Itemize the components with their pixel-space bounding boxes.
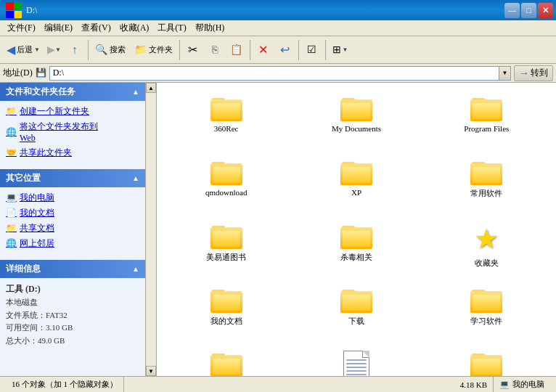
file-item-360rec[interactable]: 360Rec — [164, 90, 288, 148]
star-icon: ★ — [474, 225, 499, 253]
left-scrollbar[interactable]: ▲ ▼ — [145, 83, 156, 376]
menu-view[interactable]: 查看(V) — [77, 20, 115, 36]
back-dropdown-icon[interactable]: ▼ — [34, 46, 40, 53]
shared-docs-icon: 📁 — [6, 223, 17, 234]
share-link[interactable]: 🤝 共享此文件夹 — [6, 147, 139, 159]
file-item-mydocuments[interactable]: My Documents — [294, 90, 418, 148]
status-size-section: 4.18 KB — [454, 377, 494, 392]
file-name-meiyitong: 美易通图书 — [206, 252, 246, 263]
undo-button[interactable]: ↩ — [275, 38, 295, 62]
folders-icon: 📁 — [134, 44, 147, 56]
title-bar: D:\ — □ ✕ — [0, 0, 556, 20]
detail-subtitle: 本地磁盘 — [6, 296, 139, 309]
folders-label: 文件夹 — [149, 44, 173, 55]
file-item-shoucang[interactable]: ★ 收藏夹 — [425, 218, 549, 276]
file-name-shoucang: 收藏夹 — [475, 258, 499, 269]
left-scroll-up[interactable]: ▲ — [146, 83, 156, 93]
back-icon: ◀ — [7, 43, 15, 57]
view-dropdown-icon[interactable]: ▼ — [342, 46, 348, 53]
main-layout: 文件和文件夹任务 ▲ 📁 创建一个新文件夹 🌐 将这个文件夹发布到Web 🤝 共… — [0, 83, 556, 376]
details-header[interactable]: 详细信息 ▲ — [0, 260, 145, 278]
file-item-xp[interactable]: XP — [294, 154, 418, 212]
file-item-xunlei[interactable]: 迅雷下载 — [164, 346, 288, 376]
my-computer-link[interactable]: 💻 我的电脑 — [6, 192, 139, 204]
file-item-xuexi[interactable]: 学习软件 — [425, 282, 549, 340]
folders-button[interactable]: 📁 文件夹 — [131, 38, 176, 62]
tasks-header[interactable]: 文件和文件夹任务 ▲ — [0, 83, 145, 101]
publish-web-icon: 🌐 — [6, 127, 17, 138]
toolbar-separator-5 — [325, 40, 326, 60]
menu-file[interactable]: 文件(F) — [3, 20, 40, 36]
address-input[interactable] — [49, 66, 499, 81]
file-name-changyong: 常用软件 — [470, 188, 502, 199]
network-icon: 🌐 — [6, 238, 17, 249]
file-name-xuexi: 学习软件 — [470, 316, 502, 327]
menu-help[interactable]: 帮助(H) — [191, 20, 229, 36]
maximize-button[interactable]: □ — [521, 3, 536, 18]
menu-favorites[interactable]: 收藏(A) — [115, 20, 154, 36]
menu-tools[interactable]: 工具(T) — [153, 20, 190, 36]
share-icon: 🤝 — [6, 147, 17, 158]
detail-filesystem: 文件系统：FAT32 — [6, 309, 139, 322]
copy-icon: ⎘ — [212, 44, 218, 56]
file-item-qmdownload[interactable]: qmdownload — [164, 154, 288, 212]
create-folder-link[interactable]: 📁 创建一个新文件夹 — [6, 105, 139, 118]
back-label: 后退 — [17, 44, 33, 55]
view-button[interactable]: ⊞ ▼ — [329, 38, 352, 62]
file-name-360rec: 360Rec — [214, 124, 239, 133]
my-documents-link[interactable]: 📄 我的文档 — [6, 207, 139, 219]
details-section: 详细信息 ▲ 工具 (D:) 本地磁盘 文件系统：FAT32 可用空间：3.10… — [0, 260, 145, 352]
window-controls: — □ ✕ — [504, 3, 553, 18]
copy-button[interactable]: ⎘ — [205, 38, 225, 62]
close-button[interactable]: ✕ — [538, 3, 553, 18]
address-dropdown-button[interactable]: ▼ — [499, 66, 511, 81]
file-item-meiyitong[interactable]: 美易通图书 — [164, 218, 288, 276]
status-location: 我的电脑 — [512, 379, 544, 390]
file-item-xiazai[interactable]: 下载 — [294, 282, 418, 340]
file-name-shadu: 杀毒相关 — [340, 252, 372, 263]
places-collapse-icon: ▲ — [132, 174, 139, 182]
toolbar-separator-3 — [250, 40, 250, 60]
delete-button[interactable]: ✕ — [253, 38, 274, 62]
file-name-mydocuments: My Documents — [332, 124, 381, 133]
file-item-changyong[interactable]: 常用软件 — [425, 154, 549, 212]
window-title: D:\ — [26, 5, 37, 16]
paste-icon: 📋 — [230, 44, 242, 56]
menu-bar: 文件(F) 编辑(E) 查看(V) 收藏(A) 工具(T) 帮助(H) — [0, 20, 556, 36]
file-name-wodedoc: 我的文档 — [210, 316, 242, 327]
tasks-title: 文件和文件夹任务 — [6, 86, 75, 98]
search-button[interactable]: 🔍 搜索 — [91, 38, 129, 62]
forward-dropdown-icon[interactable]: ▼ — [55, 46, 61, 53]
minimize-button[interactable]: — — [504, 3, 520, 18]
file-name-qmdownload: qmdownload — [205, 188, 247, 197]
toolbar-separator-2 — [179, 40, 180, 60]
menu-edit[interactable]: 编辑(E) — [40, 20, 77, 36]
forward-button[interactable]: ▶ ▼ — [44, 38, 65, 62]
paste-button[interactable]: 📋 — [226, 38, 247, 62]
file-item-programfiles[interactable]: Program Files — [425, 90, 549, 148]
go-label: 转到 — [531, 67, 548, 79]
file-item-jinqi[interactable]: 近期工作 文本文档 5 KB — [294, 346, 418, 376]
left-scroll-down[interactable]: ▼ — [146, 366, 156, 376]
back-button[interactable]: ◀ 后退 ▼ — [3, 38, 44, 62]
shared-docs-link[interactable]: 📁 共享文档 — [6, 222, 139, 234]
file-item-shadu[interactable]: 杀毒相关 — [294, 218, 418, 276]
cut-icon: ✂ — [188, 43, 197, 57]
details-body: 工具 (D:) 本地磁盘 文件系统：FAT32 可用空间：3.10 GB 总大小… — [0, 278, 145, 352]
file-name-programfiles: Program Files — [464, 124, 509, 133]
places-section: 其它位置 ▲ 💻 我的电脑 📄 我的文档 📁 共享文档 — [0, 169, 145, 257]
cut-button[interactable]: ✂ — [183, 38, 203, 62]
go-button[interactable]: → 转到 — [514, 65, 553, 81]
properties-button[interactable]: ☑ — [302, 38, 322, 62]
network-link[interactable]: 🌐 网上邻居 — [6, 237, 139, 250]
places-header[interactable]: 其它位置 ▲ — [0, 169, 145, 187]
toolbar-separator-1 — [88, 40, 89, 60]
file-item-downloads[interactable]: Downloads — [425, 346, 549, 376]
file-name-xp: XP — [351, 188, 361, 197]
up-button[interactable]: ↑ — [65, 38, 85, 62]
file-item-wodedoc[interactable]: 我的文档 — [164, 282, 288, 340]
undo-icon: ↩ — [280, 43, 290, 57]
tasks-body: 📁 创建一个新文件夹 🌐 将这个文件夹发布到Web 🤝 共享此文件夹 — [0, 101, 145, 166]
publish-web-link[interactable]: 🌐 将这个文件夹发布到Web — [6, 121, 139, 144]
address-drive-icon: 💾 — [36, 68, 46, 78]
